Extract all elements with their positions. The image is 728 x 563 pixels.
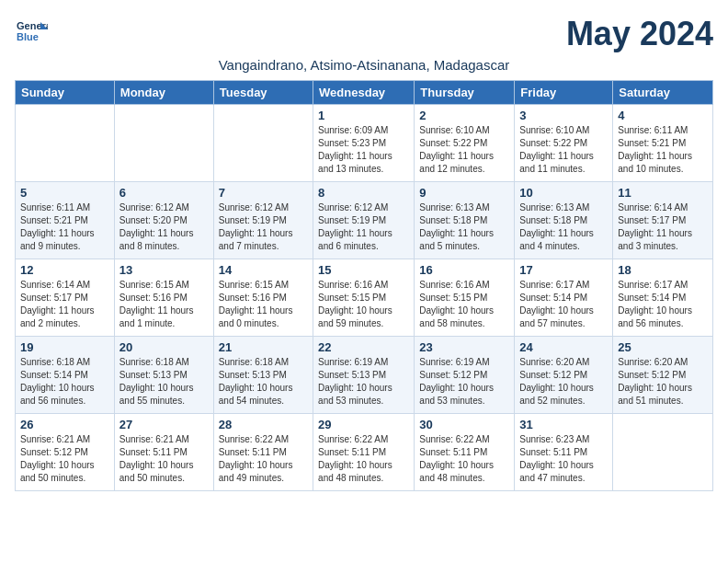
day-info: Sunrise: 6:22 AM Sunset: 5:11 PM Dayligh… <box>318 433 409 485</box>
day-number: 16 <box>419 263 509 277</box>
day-number: 20 <box>119 340 209 354</box>
calendar-cell: 9Sunrise: 6:13 AM Sunset: 5:18 PM Daylig… <box>415 182 515 259</box>
svg-text:Blue: Blue <box>17 31 39 42</box>
day-info: Sunrise: 6:19 AM Sunset: 5:12 PM Dayligh… <box>419 356 509 408</box>
day-number: 5 <box>20 186 109 200</box>
day-number: 7 <box>219 186 308 200</box>
subtitle: Vangaindrano, Atsimo-Atsinanana, Madagas… <box>15 57 713 73</box>
calendar-week-row: 5Sunrise: 6:11 AM Sunset: 5:21 PM Daylig… <box>16 182 713 259</box>
calendar-cell: 1Sunrise: 6:09 AM Sunset: 5:23 PM Daylig… <box>313 105 415 182</box>
calendar-cell <box>114 105 213 182</box>
day-info: Sunrise: 6:12 AM Sunset: 5:20 PM Dayligh… <box>119 201 209 253</box>
calendar-cell: 29Sunrise: 6:22 AM Sunset: 5:11 PM Dayli… <box>313 414 415 491</box>
calendar-cell: 20Sunrise: 6:18 AM Sunset: 5:13 PM Dayli… <box>114 337 213 414</box>
calendar-week-row: 26Sunrise: 6:21 AM Sunset: 5:12 PM Dayli… <box>16 414 713 491</box>
day-info: Sunrise: 6:19 AM Sunset: 5:13 PM Dayligh… <box>318 356 409 408</box>
calendar-cell: 11Sunrise: 6:14 AM Sunset: 5:17 PM Dayli… <box>613 182 713 259</box>
day-of-week-header: Monday <box>114 81 213 105</box>
day-info: Sunrise: 6:10 AM Sunset: 5:22 PM Dayligh… <box>519 124 608 176</box>
calendar-body: 1Sunrise: 6:09 AM Sunset: 5:23 PM Daylig… <box>16 105 713 491</box>
day-info: Sunrise: 6:11 AM Sunset: 5:21 PM Dayligh… <box>618 124 708 176</box>
page-header: General Blue May 2024 <box>15 15 713 53</box>
day-number: 25 <box>618 340 708 354</box>
calendar-cell: 30Sunrise: 6:22 AM Sunset: 5:11 PM Dayli… <box>415 414 515 491</box>
calendar-week-row: 19Sunrise: 6:18 AM Sunset: 5:14 PM Dayli… <box>16 337 713 414</box>
day-info: Sunrise: 6:12 AM Sunset: 5:19 PM Dayligh… <box>219 201 308 253</box>
day-info: Sunrise: 6:23 AM Sunset: 5:11 PM Dayligh… <box>519 433 608 485</box>
day-info: Sunrise: 6:14 AM Sunset: 5:17 PM Dayligh… <box>20 279 109 330</box>
calendar-cell: 19Sunrise: 6:18 AM Sunset: 5:14 PM Dayli… <box>16 337 115 414</box>
day-info: Sunrise: 6:16 AM Sunset: 5:15 PM Dayligh… <box>419 279 509 330</box>
calendar-cell: 31Sunrise: 6:23 AM Sunset: 5:11 PM Dayli… <box>515 414 613 491</box>
calendar-cell: 21Sunrise: 6:18 AM Sunset: 5:13 PM Dayli… <box>213 337 313 414</box>
day-info: Sunrise: 6:12 AM Sunset: 5:19 PM Dayligh… <box>318 201 409 253</box>
calendar-week-row: 12Sunrise: 6:14 AM Sunset: 5:17 PM Dayli… <box>16 259 713 337</box>
day-number: 10 <box>519 186 608 200</box>
day-info: Sunrise: 6:21 AM Sunset: 5:11 PM Dayligh… <box>119 433 209 485</box>
day-number: 26 <box>20 418 109 431</box>
calendar-cell: 6Sunrise: 6:12 AM Sunset: 5:20 PM Daylig… <box>114 182 213 259</box>
day-info: Sunrise: 6:10 AM Sunset: 5:22 PM Dayligh… <box>419 124 509 176</box>
calendar-cell: 25Sunrise: 6:20 AM Sunset: 5:12 PM Dayli… <box>613 337 713 414</box>
calendar-cell <box>213 105 313 182</box>
day-number: 9 <box>419 186 509 200</box>
day-of-week-header: Saturday <box>613 81 713 105</box>
calendar-cell: 26Sunrise: 6:21 AM Sunset: 5:12 PM Dayli… <box>16 414 115 491</box>
day-number: 4 <box>618 109 708 122</box>
day-number: 24 <box>519 340 608 354</box>
calendar-week-row: 1Sunrise: 6:09 AM Sunset: 5:23 PM Daylig… <box>16 105 713 182</box>
calendar-cell: 14Sunrise: 6:15 AM Sunset: 5:16 PM Dayli… <box>213 259 313 337</box>
calendar-cell: 4Sunrise: 6:11 AM Sunset: 5:21 PM Daylig… <box>613 105 713 182</box>
day-info: Sunrise: 6:22 AM Sunset: 5:11 PM Dayligh… <box>419 433 509 485</box>
day-number: 13 <box>119 263 209 277</box>
logo: General Blue <box>15 15 51 48</box>
day-info: Sunrise: 6:22 AM Sunset: 5:11 PM Dayligh… <box>219 433 308 485</box>
day-info: Sunrise: 6:11 AM Sunset: 5:21 PM Dayligh… <box>20 201 109 253</box>
calendar-cell: 22Sunrise: 6:19 AM Sunset: 5:13 PM Dayli… <box>313 337 415 414</box>
day-number: 30 <box>419 418 509 431</box>
calendar-cell: 17Sunrise: 6:17 AM Sunset: 5:14 PM Dayli… <box>515 259 613 337</box>
day-info: Sunrise: 6:15 AM Sunset: 5:16 PM Dayligh… <box>119 279 209 330</box>
calendar-cell: 10Sunrise: 6:13 AM Sunset: 5:18 PM Dayli… <box>515 182 613 259</box>
day-info: Sunrise: 6:15 AM Sunset: 5:16 PM Dayligh… <box>219 279 308 330</box>
day-number: 3 <box>519 109 608 122</box>
day-number: 23 <box>419 340 509 354</box>
calendar-cell: 8Sunrise: 6:12 AM Sunset: 5:19 PM Daylig… <box>313 182 415 259</box>
calendar-cell: 16Sunrise: 6:16 AM Sunset: 5:15 PM Dayli… <box>415 259 515 337</box>
day-info: Sunrise: 6:18 AM Sunset: 5:13 PM Dayligh… <box>119 356 209 408</box>
day-info: Sunrise: 6:18 AM Sunset: 5:13 PM Dayligh… <box>219 356 308 408</box>
day-info: Sunrise: 6:16 AM Sunset: 5:15 PM Dayligh… <box>318 279 409 330</box>
day-number: 22 <box>318 340 409 354</box>
calendar-cell: 23Sunrise: 6:19 AM Sunset: 5:12 PM Dayli… <box>415 337 515 414</box>
calendar-header-row: SundayMondayTuesdayWednesdayThursdayFrid… <box>16 81 713 105</box>
day-number: 11 <box>618 186 708 200</box>
day-info: Sunrise: 6:17 AM Sunset: 5:14 PM Dayligh… <box>519 279 608 330</box>
day-number: 18 <box>618 263 708 277</box>
calendar-cell: 18Sunrise: 6:17 AM Sunset: 5:14 PM Dayli… <box>613 259 713 337</box>
calendar-cell: 13Sunrise: 6:15 AM Sunset: 5:16 PM Dayli… <box>114 259 213 337</box>
calendar-cell <box>613 414 713 491</box>
calendar-cell: 28Sunrise: 6:22 AM Sunset: 5:11 PM Dayli… <box>213 414 313 491</box>
calendar-cell: 7Sunrise: 6:12 AM Sunset: 5:19 PM Daylig… <box>213 182 313 259</box>
calendar-cell: 27Sunrise: 6:21 AM Sunset: 5:11 PM Dayli… <box>114 414 213 491</box>
day-number: 8 <box>318 186 409 200</box>
day-of-week-header: Friday <box>515 81 613 105</box>
day-number: 14 <box>219 263 308 277</box>
day-number: 27 <box>119 418 209 431</box>
day-number: 12 <box>20 263 109 277</box>
day-number: 1 <box>318 109 409 122</box>
calendar-cell: 2Sunrise: 6:10 AM Sunset: 5:22 PM Daylig… <box>415 105 515 182</box>
calendar-cell: 5Sunrise: 6:11 AM Sunset: 5:21 PM Daylig… <box>16 182 115 259</box>
day-info: Sunrise: 6:13 AM Sunset: 5:18 PM Dayligh… <box>519 201 608 253</box>
day-info: Sunrise: 6:20 AM Sunset: 5:12 PM Dayligh… <box>519 356 608 408</box>
day-info: Sunrise: 6:13 AM Sunset: 5:18 PM Dayligh… <box>419 201 509 253</box>
day-number: 15 <box>318 263 409 277</box>
calendar-cell <box>16 105 115 182</box>
day-number: 31 <box>519 418 608 431</box>
calendar: SundayMondayTuesdayWednesdayThursdayFrid… <box>15 80 713 491</box>
day-number: 19 <box>20 340 109 354</box>
calendar-cell: 12Sunrise: 6:14 AM Sunset: 5:17 PM Dayli… <box>16 259 115 337</box>
calendar-cell: 15Sunrise: 6:16 AM Sunset: 5:15 PM Dayli… <box>313 259 415 337</box>
day-info: Sunrise: 6:17 AM Sunset: 5:14 PM Dayligh… <box>618 279 708 330</box>
calendar-cell: 3Sunrise: 6:10 AM Sunset: 5:22 PM Daylig… <box>515 105 613 182</box>
